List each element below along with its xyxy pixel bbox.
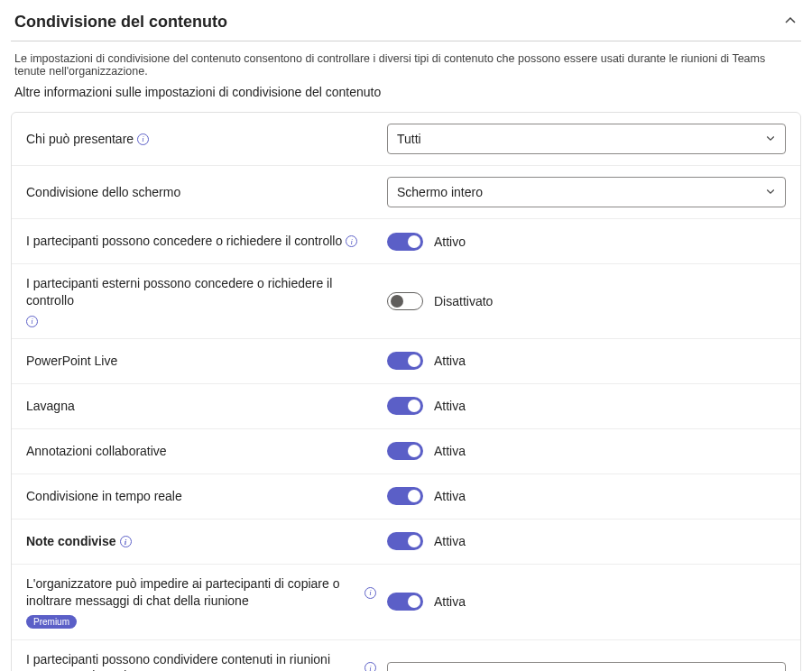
row-restrict-copy-forward: L'organizzatore può impedire ai partecip… (12, 565, 800, 640)
section-title: Condivisione del contenuto (14, 13, 227, 32)
select-value: Tutti (397, 132, 421, 146)
label-screen-sharing: Condivisione dello schermo (26, 184, 376, 201)
section-description: Le impostazioni di condivisione del cont… (14, 52, 798, 78)
label-powerpoint-live: PowerPoint Live (26, 353, 376, 370)
toggle-restrict-copy-forward[interactable] (387, 593, 423, 611)
toggle-status: Attiva (434, 534, 466, 548)
row-give-request-control: I partecipanti possono concedere o richi… (12, 219, 800, 264)
row-external-give-request-control: I partecipanti esterni possono concedere… (12, 264, 800, 339)
info-icon[interactable]: i (26, 316, 38, 327)
toggle-status: Attiva (434, 444, 466, 458)
label-who-can-present: Chi può presentare i (26, 131, 376, 148)
label-share-external-meetings: I partecipanti possono condividere conte… (26, 651, 376, 671)
info-icon[interactable]: i (364, 662, 376, 671)
label-give-request-control: I partecipanti possono concedere o richi… (26, 233, 376, 250)
label-shared-notes: Note condivise i (26, 533, 376, 550)
toggle-status: Disattivato (434, 294, 493, 308)
row-collab-annotations: Annotazioni collaborative Attiva (12, 429, 800, 474)
section-header[interactable]: Condivisione del contenuto (11, 7, 801, 41)
info-icon[interactable]: i (346, 235, 357, 247)
toggle-collab-annotations[interactable] (387, 442, 423, 460)
select-screen-sharing[interactable]: Schermo intero (387, 177, 786, 207)
toggle-external-give-request-control[interactable] (387, 292, 423, 310)
toggle-shared-notes[interactable] (387, 532, 423, 550)
row-powerpoint-live: PowerPoint Live Attiva (12, 339, 800, 384)
label-live-share: Condivisione in tempo reale (26, 488, 376, 505)
info-icon[interactable]: i (137, 133, 149, 145)
row-shared-notes: Note condivise i Attiva (12, 519, 800, 565)
chevron-up-icon (783, 14, 798, 31)
toggle-whiteboard[interactable] (387, 397, 423, 415)
row-live-share: Condivisione in tempo reale Attiva (12, 474, 800, 519)
label-whiteboard: Lavagna (26, 398, 376, 415)
toggle-status: Attivo (434, 234, 466, 249)
chevron-down-icon (765, 132, 776, 146)
more-info-link[interactable]: Altre informazioni sulle impostazioni di… (14, 85, 798, 99)
toggle-live-share[interactable] (387, 487, 423, 505)
row-who-can-present: Chi può presentare i Tutti (12, 113, 800, 166)
toggle-give-request-control[interactable] (387, 233, 423, 251)
info-icon[interactable]: i (120, 536, 132, 547)
row-screen-sharing: Condivisione dello schermo Schermo inter… (12, 166, 800, 219)
row-whiteboard: Lavagna Attiva (12, 384, 800, 429)
label-external-give-request-control: I partecipanti esterni possono concedere… (26, 275, 376, 309)
toggle-status: Attiva (434, 354, 466, 368)
chevron-down-icon (765, 185, 776, 199)
premium-badge: Premium (26, 615, 77, 629)
toggle-status: Attiva (434, 489, 466, 503)
row-share-external-meetings: I partecipanti possono condividere conte… (12, 640, 800, 671)
select-value: Schermo intero (397, 185, 483, 199)
info-icon[interactable]: i (364, 587, 376, 599)
label-restrict-copy-forward: L'organizzatore può impedire ai partecip… (26, 575, 376, 610)
select-who-can-present[interactable]: Tutti (387, 124, 786, 154)
toggle-status: Attiva (434, 399, 466, 413)
settings-panel: Chi può presentare i Tutti Condivisione … (11, 112, 801, 671)
select-share-external-meetings[interactable]: Qualsiasi organizzazione (387, 662, 786, 671)
label-collab-annotations: Annotazioni collaborative (26, 443, 376, 460)
toggle-status: Attiva (434, 594, 466, 609)
toggle-powerpoint-live[interactable] (387, 352, 423, 370)
